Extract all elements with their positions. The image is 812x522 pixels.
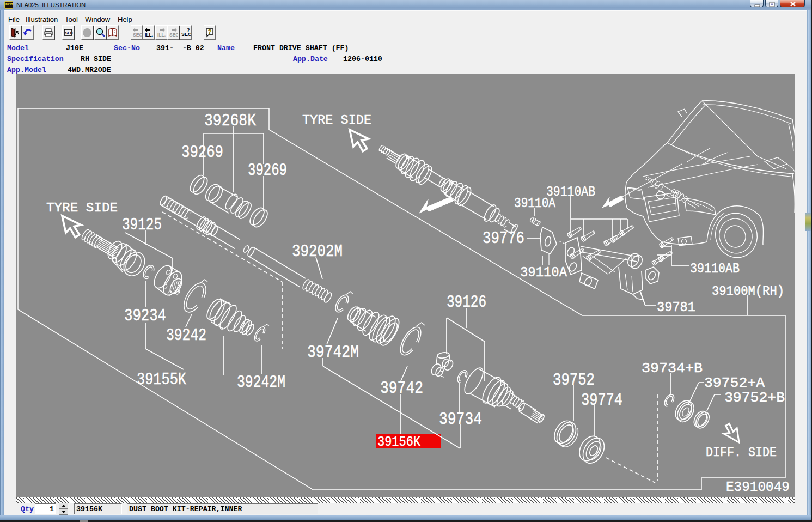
svg-text:39774: 39774 (581, 391, 622, 410)
svg-text:ILL.: ILL. (145, 32, 153, 38)
svg-text:TYRE SIDE: TYRE SIDE (302, 113, 371, 128)
svg-text:TYRE SIDE: TYRE SIDE (46, 201, 118, 215)
svg-text:39776: 39776 (483, 229, 524, 248)
svg-text:39156K: 39156K (377, 434, 420, 450)
svg-text:39269: 39269 (181, 143, 223, 162)
svg-text:39125: 39125 (122, 215, 162, 234)
svg-text:39734+B: 39734+B (642, 360, 703, 377)
svg-text:39268K: 39268K (204, 111, 256, 130)
svg-text:39100M(RH): 39100M(RH) (712, 284, 784, 299)
svg-text:39742M: 39742M (307, 343, 359, 362)
svg-text:39110A: 39110A (514, 195, 555, 211)
svg-text:39202M: 39202M (292, 242, 343, 261)
svg-text:39752+A: 39752+A (704, 375, 765, 391)
svg-text:SEC.: SEC. (133, 32, 142, 38)
svg-text:39242: 39242 (166, 326, 206, 345)
svg-text:39781: 39781 (657, 299, 695, 315)
svg-text:39742: 39742 (380, 379, 423, 398)
svg-text:SEC.: SEC. (169, 32, 178, 38)
svg-text:39242M: 39242M (237, 373, 285, 392)
svg-text:DIFF. SIDE: DIFF. SIDE (706, 445, 777, 460)
svg-text:39234: 39234 (124, 306, 166, 325)
svg-text:ILL.: ILL. (157, 32, 166, 38)
svg-text:?: ? (187, 27, 190, 33)
svg-text:39110A: 39110A (520, 264, 567, 281)
svg-text:39155K: 39155K (137, 370, 186, 389)
svg-text:39110AB: 39110AB (690, 260, 740, 277)
svg-text:SEC: SEC (65, 31, 72, 34)
svg-text:E3910049: E3910049 (726, 479, 790, 495)
svg-text:?: ? (208, 29, 211, 35)
svg-text:39269: 39269 (248, 161, 287, 180)
svg-text:39752+B: 39752+B (724, 390, 785, 406)
